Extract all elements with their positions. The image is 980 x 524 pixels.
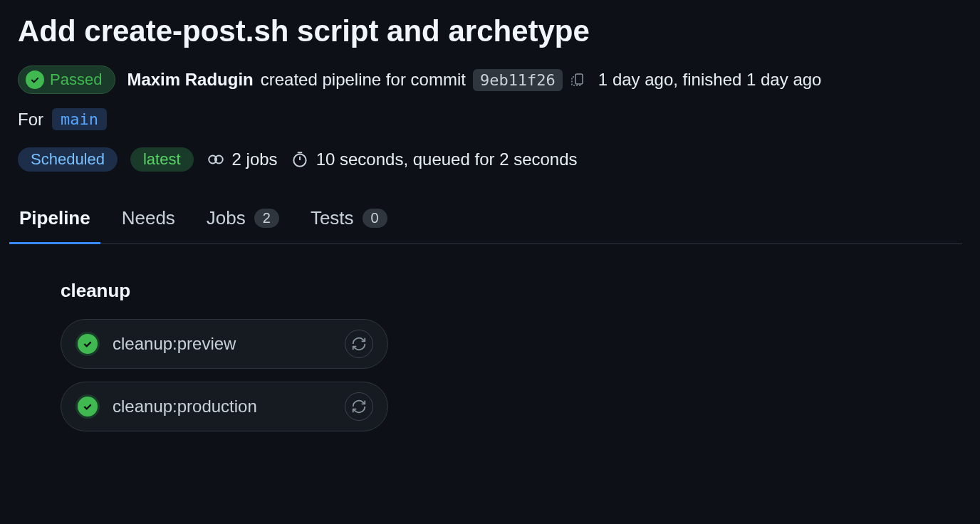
- commit-hash[interactable]: 9eb11f26: [473, 69, 563, 91]
- retry-button[interactable]: [345, 330, 373, 358]
- tab-tests[interactable]: Tests 0: [309, 207, 389, 243]
- tab-label: Tests: [311, 207, 354, 229]
- job-name: cleanup:preview: [113, 334, 236, 354]
- stage-name: cleanup: [61, 280, 962, 302]
- job-item[interactable]: cleanup:preview: [61, 319, 388, 369]
- tab-pipeline[interactable]: Pipeline: [18, 207, 92, 243]
- retry-icon: [351, 399, 367, 414]
- tab-label: Needs: [122, 207, 175, 229]
- job-name: cleanup:production: [113, 397, 257, 416]
- timer-icon: [291, 150, 309, 169]
- branch-name[interactable]: main: [52, 108, 107, 130]
- tab-label: Pipeline: [19, 207, 90, 229]
- stage-container: cleanup cleanup:preview cleanup:producti…: [18, 280, 962, 431]
- link-icon: [207, 150, 225, 169]
- info-row: Scheduled latest 2 jobs 10 seconds, queu…: [18, 147, 962, 172]
- timestamp: 1 day ago, finished 1 day ago: [598, 70, 822, 90]
- status-label: Passed: [50, 70, 102, 89]
- status-passed-icon: [75, 332, 100, 356]
- pipeline-title: Add create-post.sh script and archetype: [18, 14, 962, 48]
- duration-summary: 10 seconds, queued for 2 seconds: [291, 150, 578, 169]
- branch-for-label: For: [18, 110, 43, 130]
- retry-icon: [351, 336, 367, 352]
- status-badge-passed: Passed: [18, 66, 115, 94]
- meta-row: Passed Maxim Radugin created pipeline fo…: [18, 66, 962, 94]
- created-text: created pipeline for commit: [261, 70, 466, 90]
- check-icon: [26, 70, 44, 89]
- tab-count-badge: 0: [363, 209, 387, 228]
- jobs-count-text: 2 jobs: [232, 150, 278, 169]
- duration-text: 10 seconds, queued for 2 seconds: [316, 150, 578, 169]
- svg-rect-0: [575, 74, 583, 84]
- job-item[interactable]: cleanup:production: [61, 382, 388, 431]
- tab-jobs[interactable]: Jobs 2: [205, 207, 281, 243]
- retry-button[interactable]: [345, 392, 373, 421]
- status-passed-icon: [75, 394, 100, 419]
- tabs: Pipeline Needs Jobs 2 Tests 0: [18, 207, 962, 244]
- author-line: Maxim Radugin created pipeline for commi…: [127, 69, 586, 91]
- tab-count-badge: 2: [254, 209, 279, 228]
- clipboard-icon[interactable]: [570, 71, 587, 88]
- author-name[interactable]: Maxim Radugin: [127, 70, 253, 90]
- branch-row: For main: [18, 108, 962, 130]
- badge-latest: latest: [130, 147, 194, 172]
- tab-needs[interactable]: Needs: [120, 207, 177, 243]
- svg-point-3: [293, 154, 306, 166]
- tab-label: Jobs: [207, 207, 246, 229]
- jobs-summary: 2 jobs: [207, 150, 278, 169]
- badge-scheduled: Scheduled: [18, 147, 118, 172]
